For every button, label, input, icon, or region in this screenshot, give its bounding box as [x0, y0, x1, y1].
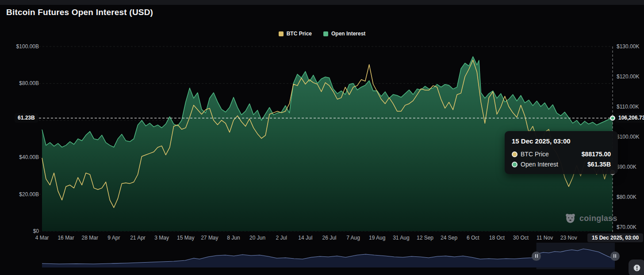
alert-settings-button[interactable]: [629, 260, 644, 275]
navigator-handle-right[interactable]: [610, 252, 620, 261]
badge-exclamation-icon: [632, 263, 641, 272]
navigator-chart[interactable]: [0, 0, 644, 275]
navigator-handle-left[interactable]: [532, 252, 541, 261]
chart-page: Bitcoin Futures Open Interest (USD) BTC …: [0, 0, 644, 275]
navigator-area: [42, 249, 615, 267]
